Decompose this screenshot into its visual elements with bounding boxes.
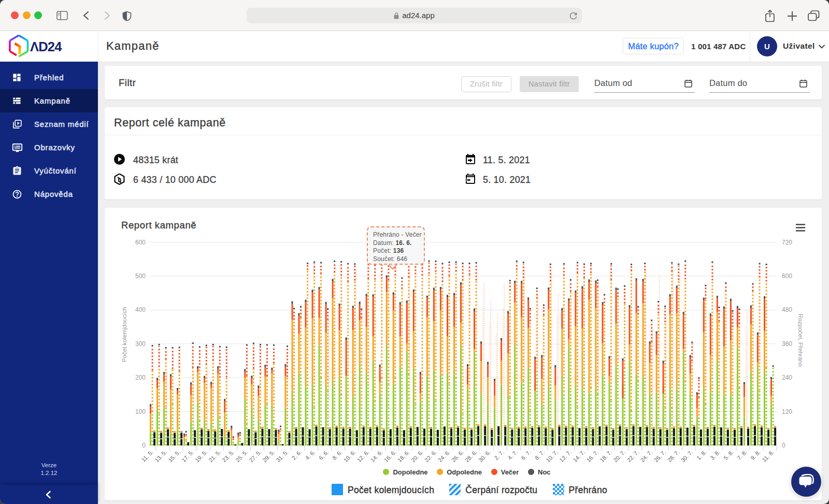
svg-text:14. 7.: 14. 7. <box>571 449 586 463</box>
svg-text:11. 8.: 11. 8. <box>761 449 775 463</box>
svg-text:14. 6.: 14. 6. <box>369 449 384 463</box>
svg-text:3. 8.: 3. 8. <box>709 449 721 461</box>
svg-text:0: 0 <box>782 442 785 449</box>
svg-text:9. 8.: 9. 8. <box>749 449 762 461</box>
svg-text:17. 5.: 17. 5. <box>180 449 195 463</box>
svg-text:10. 6.: 10. 6. <box>342 449 357 463</box>
svg-text:16. 6.: 16. 6. <box>383 449 397 463</box>
svg-text:300: 300 <box>135 340 146 348</box>
svg-text:24. 7.: 24. 7. <box>639 449 654 463</box>
svg-text:10. 7.: 10. 7. <box>545 449 559 463</box>
svg-text:6. 7.: 6. 7. <box>520 449 532 461</box>
svg-text:480: 480 <box>782 306 792 313</box>
svg-text:4. 6.: 4. 6. <box>304 449 317 461</box>
svg-text:0: 0 <box>142 442 146 449</box>
svg-text:1. 8.: 1. 8. <box>695 449 708 461</box>
svg-text:2. 7.: 2. 7. <box>493 449 505 461</box>
svg-text:5. 8.: 5. 8. <box>722 449 735 461</box>
svg-text:400: 400 <box>135 306 146 313</box>
svg-text:12. 6.: 12. 6. <box>356 449 370 463</box>
svg-text:19. 5.: 19. 5. <box>194 449 208 463</box>
svg-text:120: 120 <box>782 408 792 415</box>
svg-text:4. 7.: 4. 7. <box>506 449 519 461</box>
svg-text:22. 7.: 22. 7. <box>626 449 640 463</box>
svg-text:30. 6.: 30. 6. <box>477 449 492 463</box>
svg-text:500: 500 <box>135 272 146 280</box>
svg-text:2. 6.: 2. 6. <box>291 449 303 461</box>
svg-text:28. 6.: 28. 6. <box>464 449 478 463</box>
svg-text:24. 6.: 24. 6. <box>437 449 451 463</box>
svg-text:7. 8.: 7. 8. <box>736 449 748 461</box>
svg-text:8. 6.: 8. 6. <box>331 449 344 461</box>
svg-text:16. 7.: 16. 7. <box>585 449 599 463</box>
svg-text:12. 7.: 12. 7. <box>558 449 573 463</box>
svg-text:6. 6.: 6. 6. <box>318 449 330 461</box>
svg-text:13. 5.: 13. 5. <box>153 449 168 463</box>
svg-text:22. 6.: 22. 6. <box>423 449 438 463</box>
svg-text:ΛD24: ΛD24 <box>30 39 62 54</box>
svg-text:600: 600 <box>782 272 792 280</box>
svg-text:15. 5.: 15. 5. <box>167 449 181 463</box>
svg-text:26. 7.: 26. 7. <box>653 449 667 463</box>
svg-text:720: 720 <box>782 239 792 246</box>
svg-text:26. 6.: 26. 6. <box>450 449 465 463</box>
svg-text:11. 5.: 11. 5. <box>140 449 154 463</box>
svg-text:25. 5.: 25. 5. <box>234 449 249 463</box>
svg-text:Počet kolemjdoucích: Počet kolemjdoucích <box>121 307 127 362</box>
svg-text:600: 600 <box>135 239 146 246</box>
svg-text:240: 240 <box>782 374 792 381</box>
svg-text:27. 5.: 27. 5. <box>248 449 262 463</box>
svg-text:21. 5.: 21. 5. <box>207 449 222 463</box>
svg-text:30. 7.: 30. 7. <box>680 449 694 463</box>
svg-text:Rozpočet, Přehráno: Rozpočet, Přehráno <box>797 314 804 367</box>
svg-text:200: 200 <box>135 374 146 381</box>
svg-text:23. 5.: 23. 5. <box>221 449 235 463</box>
svg-text:100: 100 <box>135 408 146 415</box>
svg-text:20. 6.: 20. 6. <box>410 449 424 463</box>
svg-text:360: 360 <box>782 340 792 348</box>
svg-text:20. 7.: 20. 7. <box>612 449 626 463</box>
svg-text:18. 6.: 18. 6. <box>396 449 411 463</box>
svg-text:18. 7.: 18. 7. <box>598 449 613 463</box>
svg-text:29. 5.: 29. 5. <box>261 449 276 463</box>
svg-text:8. 7.: 8. 7. <box>534 449 546 461</box>
svg-text:28. 7.: 28. 7. <box>666 449 681 463</box>
svg-text:31. 5.: 31. 5. <box>275 449 289 463</box>
